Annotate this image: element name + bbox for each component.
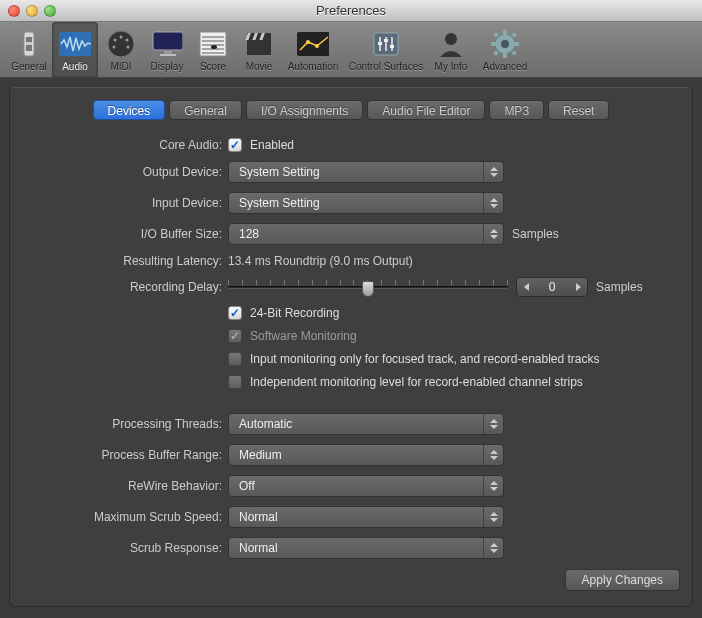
samples-unit: Samples	[596, 280, 643, 294]
chevron-updown-icon	[483, 476, 503, 496]
toolbar-label: Display	[151, 61, 184, 72]
toolbar-automation[interactable]: Automation	[282, 22, 344, 78]
display-icon	[151, 28, 183, 60]
chevron-updown-icon	[483, 445, 503, 465]
waveform-icon	[59, 28, 91, 60]
svg-rect-34	[390, 45, 394, 48]
tab-audio-file-editor[interactable]: Audio File Editor	[367, 100, 485, 120]
titlebar: Preferences	[0, 0, 702, 22]
toolbar-label: Audio	[62, 61, 88, 72]
dropdown-output-device[interactable]: System Setting	[228, 161, 504, 183]
chevron-updown-icon	[483, 507, 503, 527]
dropdown-processing-threads[interactable]: Automatic	[228, 413, 504, 435]
svg-point-35	[445, 33, 457, 45]
label-independent-monitoring: Independent monitoring level for record-…	[250, 375, 583, 389]
toolbar-label: My Info	[435, 61, 468, 72]
label-rewire: ReWire Behavior:	[22, 479, 222, 493]
svg-rect-41	[514, 42, 519, 46]
svg-point-8	[113, 45, 116, 48]
slider-icon	[13, 28, 45, 60]
dropdown-scrub-response[interactable]: Normal	[228, 537, 504, 559]
resulting-latency-value: 13.4 ms Roundtrip (9.0 ms Output)	[228, 254, 413, 268]
stepper-decrement[interactable]	[517, 278, 535, 296]
preferences-window: Preferences General Audio MIDI Display	[0, 0, 702, 618]
tab-reset[interactable]: Reset	[548, 100, 609, 120]
dropdown-process-buffer[interactable]: Medium	[228, 444, 504, 466]
svg-point-9	[127, 45, 130, 48]
enabled-text: Enabled	[250, 138, 294, 152]
svg-rect-39	[503, 53, 507, 58]
dropdown-value: 128	[239, 227, 259, 241]
label-software-monitoring: Software Monitoring	[250, 329, 357, 343]
toolbar-advanced[interactable]: Advanced	[474, 22, 536, 78]
tab-mp3[interactable]: MP3	[489, 100, 544, 120]
score-icon	[197, 28, 229, 60]
svg-rect-20	[247, 40, 271, 55]
toolbar-display[interactable]: Display	[144, 22, 190, 78]
toolbar-movie[interactable]: Movie	[236, 22, 282, 78]
person-icon	[435, 28, 467, 60]
svg-rect-40	[491, 42, 496, 46]
svg-rect-33	[384, 39, 388, 42]
svg-rect-21	[247, 33, 271, 40]
checkbox-24bit[interactable]	[228, 306, 242, 320]
svg-rect-32	[378, 42, 382, 45]
toolbar-midi[interactable]: MIDI	[98, 22, 144, 78]
tab-general[interactable]: General	[169, 100, 242, 120]
label-resulting-latency: Resulting Latency:	[22, 254, 222, 268]
toolbar-score[interactable]: Score	[190, 22, 236, 78]
dropdown-value: Automatic	[239, 417, 292, 431]
checkbox-enabled[interactable]	[228, 138, 242, 152]
toolbar-my-info[interactable]: My Info	[428, 22, 474, 78]
chevron-updown-icon	[483, 224, 503, 244]
label-recording-delay: Recording Delay:	[22, 280, 222, 294]
chevron-updown-icon	[483, 414, 503, 434]
checkbox-input-monitoring[interactable]	[228, 352, 242, 366]
settings-form: Core Audio: Enabled Output Device: Syste…	[22, 138, 680, 559]
svg-point-26	[306, 40, 310, 44]
dropdown-value: Off	[239, 479, 255, 493]
stepper-increment[interactable]	[569, 278, 587, 296]
dropdown-input-device[interactable]: System Setting	[228, 192, 504, 214]
checkbox-independent-monitoring[interactable]	[228, 375, 242, 389]
dropdown-max-scrub[interactable]: Normal	[228, 506, 504, 528]
settings-panel: Devices General I/O Assignments Audio Fi…	[9, 87, 693, 607]
tab-devices[interactable]: Devices	[93, 100, 166, 120]
svg-point-7	[126, 38, 129, 41]
label-24bit: 24-Bit Recording	[250, 306, 339, 320]
svg-point-6	[114, 38, 117, 41]
apply-changes-button[interactable]: Apply Changes	[565, 569, 680, 591]
toolbar-label: Automation	[288, 61, 339, 72]
label-input-device: Input Device:	[22, 196, 222, 210]
toolbar-label: Score	[200, 61, 226, 72]
checkbox-software-monitoring[interactable]	[228, 329, 242, 343]
toolbar-audio[interactable]: Audio	[52, 22, 98, 78]
label-core-audio: Core Audio:	[22, 138, 222, 152]
stepper-recording-delay[interactable]: 0	[516, 277, 588, 297]
svg-rect-13	[200, 32, 226, 56]
window-title: Preferences	[0, 3, 702, 18]
toolbar-general[interactable]: General	[6, 22, 52, 78]
svg-rect-12	[160, 54, 176, 56]
toolbar: General Audio MIDI Display Score	[0, 22, 702, 78]
svg-rect-2	[26, 42, 32, 45]
label-output-device: Output Device:	[22, 165, 222, 179]
toolbar-label: General	[11, 61, 47, 72]
toolbar-control-surfaces[interactable]: Control Surfaces	[344, 22, 428, 78]
tab-io-assignments[interactable]: I/O Assignments	[246, 100, 363, 120]
dropdown-value: Normal	[239, 510, 278, 524]
gear-icon	[489, 28, 521, 60]
chevron-updown-icon	[483, 193, 503, 213]
midi-icon	[105, 28, 137, 60]
label-processing-threads: Processing Threads:	[22, 417, 222, 431]
dropdown-io-buffer[interactable]: 128	[228, 223, 504, 245]
slider-thumb[interactable]	[362, 281, 374, 297]
slider-recording-delay[interactable]	[228, 277, 508, 297]
label-max-scrub: Maximum Scrub Speed:	[22, 510, 222, 524]
dropdown-value: System Setting	[239, 165, 320, 179]
svg-rect-38	[503, 30, 507, 35]
samples-unit: Samples	[512, 227, 559, 241]
dropdown-rewire[interactable]: Off	[228, 475, 504, 497]
stepper-value: 0	[535, 280, 569, 294]
label-input-monitoring: Input monitoring only for focused track,…	[250, 352, 600, 366]
